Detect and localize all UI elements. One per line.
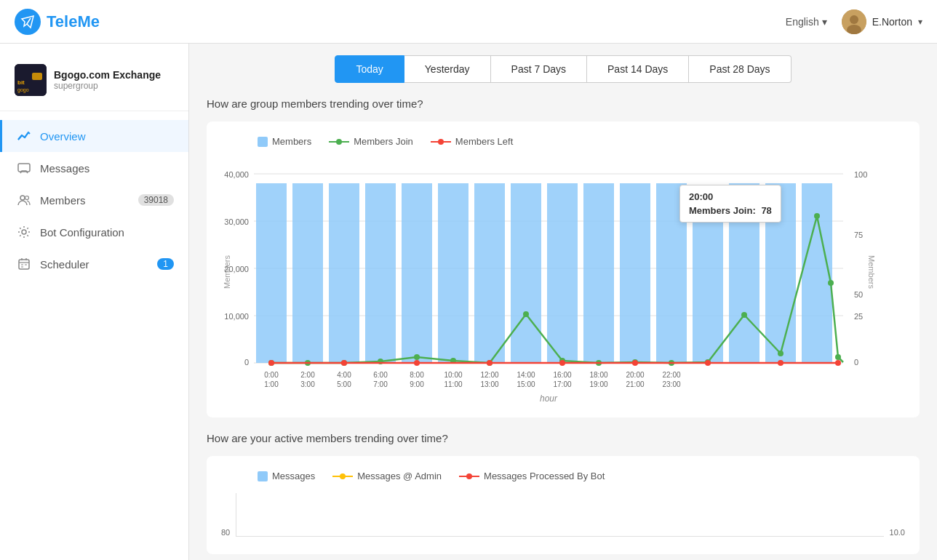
- top-nav: TeleMe English ▾ E.Norton ▾: [0, 0, 937, 44]
- sidebar-item-members[interactable]: Members 39018: [0, 184, 188, 216]
- tab-past28[interactable]: Past 28 Days: [689, 55, 791, 83]
- svg-text:15:00: 15:00: [517, 380, 535, 388]
- svg-text:0:00: 0:00: [264, 371, 279, 379]
- svg-text:8:00: 8:00: [410, 371, 424, 379]
- svg-text:20:00: 20:00: [626, 371, 644, 379]
- chart2-y-right: 10.0: [890, 528, 905, 537]
- sidebar-item-messages[interactable]: Messages: [0, 152, 188, 184]
- svg-rect-35: [292, 183, 323, 363]
- svg-rect-45: [656, 183, 687, 363]
- svg-point-69: [341, 360, 347, 366]
- svg-rect-7: [32, 73, 42, 80]
- svg-text:9:00: 9:00: [410, 380, 424, 388]
- svg-point-76: [835, 360, 841, 366]
- gear-icon: [17, 225, 31, 239]
- chart2-y-left: 80: [221, 528, 230, 537]
- sidebar-item-bot-config[interactable]: Bot Configuration: [0, 216, 188, 248]
- chart2-partial: 80 10.0: [221, 490, 905, 540]
- svg-rect-49: [802, 183, 832, 363]
- sidebar-item-overview[interactable]: Overview: [0, 120, 188, 152]
- sidebar-item-scheduler[interactable]: Scheduler 1: [0, 248, 188, 280]
- legend-members: Members: [258, 136, 311, 147]
- sidebar-item-label-overview: Overview: [40, 130, 86, 143]
- svg-text:18:00: 18:00: [589, 371, 607, 379]
- chart2-title: How are your active members trending ove…: [207, 432, 920, 444]
- svg-rect-48: [765, 183, 796, 363]
- svg-point-105: [466, 473, 472, 479]
- app-title: TeleMe: [47, 12, 100, 31]
- svg-point-65: [814, 213, 820, 219]
- svg-point-10: [25, 196, 29, 200]
- scheduler-badge: 1: [157, 258, 174, 270]
- teleme-logo-icon: [15, 9, 41, 35]
- svg-point-73: [632, 360, 638, 366]
- svg-text:21:00: 21:00: [626, 380, 644, 388]
- chart1-legend: Members Members Join: [221, 136, 905, 147]
- chart1-svg: 40,000 30,000 20,000 10,000 0 100 75 50 …: [221, 156, 876, 403]
- legend-members-join: Members Join: [329, 136, 413, 147]
- svg-point-9: [20, 196, 25, 200]
- legend-messages-admin-label: Messages @ Admin: [357, 471, 442, 481]
- tab-past7[interactable]: Past 7 Days: [491, 55, 587, 83]
- svg-text:2:00: 2:00: [300, 371, 315, 379]
- legend-messages-admin: Messages @ Admin: [332, 471, 442, 481]
- svg-point-63: [741, 312, 747, 318]
- tab-past14[interactable]: Past 14 Days: [587, 55, 689, 83]
- svg-point-67: [835, 354, 841, 360]
- svg-rect-43: [583, 183, 614, 363]
- svg-text:hour: hour: [540, 393, 558, 403]
- nav-items: Overview Messages: [0, 111, 188, 289]
- sidebar-item-label-bot-config: Bot Configuration: [40, 226, 124, 239]
- svg-rect-34: [256, 183, 287, 363]
- user-arrow: ▾: [918, 17, 922, 27]
- legend-chart2-messages: Messages: [258, 471, 315, 481]
- group-logo: bit gogo: [15, 64, 47, 96]
- legend-chart2-messages-color: [258, 471, 268, 481]
- svg-text:4:00: 4:00: [337, 371, 351, 379]
- svg-text:11:00: 11:00: [444, 380, 462, 388]
- svg-rect-46: [693, 185, 723, 363]
- svg-text:75: 75: [854, 231, 863, 239]
- chart1-card: Members Members Join: [207, 121, 920, 417]
- user-name: E.Norton: [872, 16, 912, 28]
- language-label: English: [786, 16, 819, 28]
- tab-today[interactable]: Today: [335, 55, 404, 83]
- svg-text:0: 0: [854, 358, 858, 367]
- svg-text:0: 0: [244, 358, 249, 367]
- svg-point-57: [523, 311, 529, 317]
- svg-point-16: [438, 139, 444, 145]
- svg-point-11: [22, 230, 26, 234]
- tabs-row: Today Yesterday Past 7 Days Past 14 Days…: [207, 55, 920, 83]
- chart2-card: Messages Messages @ Admin: [207, 456, 920, 554]
- legend-chart2-messages-label: Messages: [272, 471, 315, 481]
- svg-text:7:00: 7:00: [373, 380, 388, 388]
- svg-rect-39: [438, 183, 468, 363]
- scheduler-icon: [17, 257, 31, 271]
- svg-point-74: [705, 360, 711, 366]
- messages-icon: [17, 161, 31, 175]
- language-selector[interactable]: English ▾: [786, 16, 827, 28]
- legend-members-label: Members: [272, 136, 311, 147]
- sidebar-item-label-scheduler: Scheduler: [40, 258, 89, 271]
- svg-text:3:00: 3:00: [300, 380, 315, 388]
- svg-text:22:00: 22:00: [662, 371, 680, 379]
- legend-members-color: [258, 137, 268, 147]
- svg-text:1:00: 1:00: [264, 380, 279, 388]
- svg-text:12:00: 12:00: [480, 371, 498, 379]
- legend-messages-admin-line: [332, 471, 353, 481]
- legend-members-left-line: [431, 137, 451, 147]
- svg-text:13:00: 13:00: [480, 380, 498, 388]
- user-menu[interactable]: E.Norton ▾: [842, 9, 922, 34]
- legend-members-left-label: Members Left: [455, 136, 513, 147]
- members-badge: 39018: [138, 194, 174, 206]
- svg-text:50: 50: [854, 290, 863, 299]
- svg-text:100: 100: [854, 170, 867, 179]
- tab-yesterday[interactable]: Yesterday: [404, 55, 491, 83]
- logo-area: TeleMe: [15, 9, 100, 35]
- svg-text:16:00: 16:00: [553, 371, 571, 379]
- svg-text:Members: Members: [867, 255, 876, 289]
- legend-members-join-label: Members Join: [354, 136, 413, 147]
- svg-text:5:00: 5:00: [337, 380, 351, 388]
- chart1-section: How are group members trending over time…: [207, 97, 920, 417]
- svg-rect-40: [474, 183, 505, 363]
